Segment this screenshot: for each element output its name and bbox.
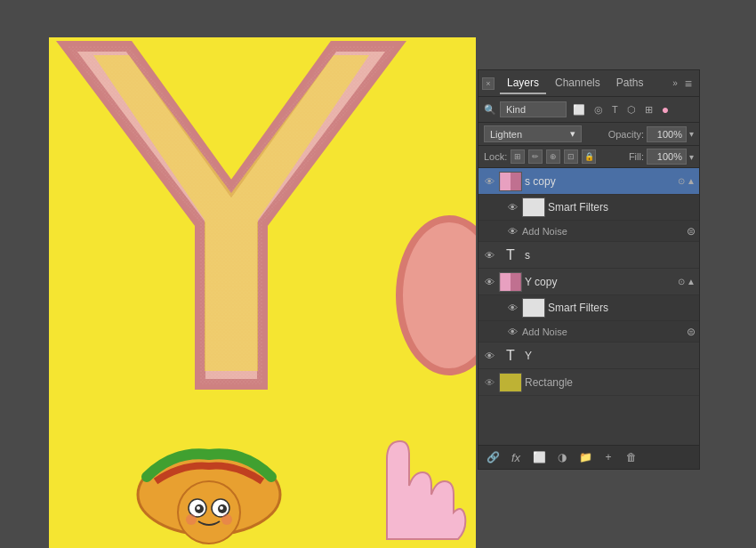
panel-collapse-icon[interactable]: » [669, 77, 681, 90]
layer-smart-filters-y: 👁 Smart Filters [479, 295, 699, 321]
tab-channels[interactable]: Channels [548, 73, 607, 94]
layer-y-copy[interactable]: 👁 Y copy ⊙ ▲ [479, 269, 699, 295]
layer-smart-filters-s: 👁 Smart Filters [479, 195, 699, 221]
expand-arrow-s-copy[interactable]: ▲ [687, 176, 696, 186]
opacity-input[interactable]: 100% [647, 126, 687, 142]
layer-noise-y[interactable]: 👁 Add Noise ⊜ [479, 321, 699, 342]
thumbnail-sf-y [522, 298, 545, 318]
layer-name-sf-y: Smart Filters [548, 302, 696, 314]
lock-paint-icon[interactable]: ✏ [528, 149, 543, 164]
noise-label-y: Add Noise [522, 326, 684, 337]
fill-chevron[interactable]: ▾ [689, 152, 694, 162]
fill-label: Fill: [629, 151, 644, 162]
eye-icon-s-copy[interactable]: 👁 [482, 174, 496, 189]
layers-panel: × Layers Channels Paths » ≡ 🔍 Kind ⬜ ◎ T… [478, 69, 700, 470]
svg-point-12 [221, 514, 232, 525]
fill-input[interactable]: 100% [647, 149, 687, 165]
svg-rect-18 [500, 273, 511, 291]
svg-rect-19 [511, 273, 521, 291]
layer-y-copy-icons: ⊙ ▲ [678, 277, 696, 286]
eye-icon-noise-y[interactable]: 👁 [505, 325, 519, 339]
svg-rect-17 [511, 173, 521, 190]
layer-s-copy-icons: ⊙ ▲ [678, 176, 696, 186]
opacity-chevron[interactable]: ▾ [689, 129, 694, 139]
expand-arrow-y-copy[interactable]: ▲ [687, 277, 696, 286]
layer-y[interactable]: 👁 T Y [479, 342, 699, 369]
filter-kind-dropdown[interactable]: Kind [500, 101, 567, 117]
svg-point-10 [220, 506, 223, 510]
noise-label-s: Add Noise [522, 226, 684, 237]
new-layer-icon[interactable]: + [599, 449, 617, 465]
svg-point-4 [178, 481, 240, 544]
opacity-group: Opacity: 100% ▾ [608, 126, 694, 142]
noise-adjust-icon-y[interactable]: ⊜ [687, 326, 696, 338]
tab-layers[interactable]: Layers [500, 73, 546, 94]
filter-row: 🔍 Kind ⬜ ◎ T ⬡ ⊞ ● [479, 97, 699, 123]
canvas-area: × Layers Channels Paths » ≡ 🔍 Kind ⬜ ◎ T… [0, 0, 756, 548]
opacity-label: Opacity: [608, 129, 644, 140]
eye-icon-y[interactable]: 👁 [482, 349, 496, 363]
layer-s-copy[interactable]: 👁 s copy ⊙ ▲ [479, 168, 699, 195]
blend-mode-row: Lighten ▾ Opacity: 100% ▾ [479, 123, 699, 146]
layer-name-y: Y [525, 350, 696, 362]
link-layers-icon[interactable]: 🔗 [484, 449, 502, 465]
eye-icon-sf-s[interactable]: 👁 [505, 200, 519, 214]
taco-character [120, 388, 298, 548]
filter-smart-icon[interactable]: ⊞ [642, 102, 655, 117]
panel-menu-icon[interactable]: ≡ [681, 77, 696, 91]
artwork-canvas [49, 37, 476, 548]
lock-all-icon[interactable]: 🔒 [582, 149, 596, 164]
layer-name-s-copy: s copy [525, 175, 675, 188]
filter-pixel-icon[interactable]: ⬜ [570, 102, 588, 117]
layers-list: 👁 s copy ⊙ ▲ 👁 Smar [479, 168, 699, 445]
layer-name-rectangle: Rectangle [525, 376, 696, 389]
lock-row: Lock: ⊞ ✏ ⊕ ⊡ 🔒 Fill: 100% ▾ [479, 146, 699, 168]
eye-icon-noise-s[interactable]: 👁 [505, 224, 519, 238]
tab-paths[interactable]: Paths [609, 73, 651, 94]
smart-filter-badge-s-copy: ⊙ [678, 176, 685, 186]
layer-name-sf-s: Smart Filters [548, 201, 696, 214]
layer-effects-icon[interactable]: fx [507, 449, 525, 465]
delete-layer-icon[interactable]: 🗑 [623, 449, 640, 465]
layer-name-s: s [525, 249, 696, 262]
thumbnail-rectangle [499, 373, 522, 392]
thumbnail-s-copy [499, 172, 522, 191]
thumbnail-y-copy [499, 272, 522, 292]
layer-rectangle[interactable]: 👁 Rectangle [479, 369, 699, 396]
eye-icon-rectangle[interactable]: 👁 [482, 375, 496, 390]
layer-mask-icon[interactable]: ⬜ [530, 449, 548, 465]
layer-s[interactable]: 👁 T s [479, 242, 699, 269]
new-group-icon[interactable]: 📁 [576, 449, 594, 465]
filter-text-icon[interactable]: T [609, 102, 621, 117]
smart-filter-badge-y-copy: ⊙ [678, 277, 685, 286]
panel-tabs: Layers Channels Paths [500, 73, 669, 94]
lock-artboard-icon[interactable]: ⊡ [564, 149, 578, 164]
eye-icon-sf-y[interactable]: 👁 [505, 301, 519, 315]
filter-search-icon: 🔍 [484, 104, 496, 116]
lock-label: Lock: [484, 151, 507, 162]
panel-header: × Layers Channels Paths » ≡ [479, 70, 699, 97]
panel-footer: 🔗 fx ⬜ ◑ 📁 + 🗑 [479, 445, 699, 469]
svg-point-9 [197, 506, 200, 510]
lock-move-icon[interactable]: ⊕ [546, 149, 560, 164]
svg-point-11 [186, 514, 197, 525]
filter-color-dot[interactable]: ● [659, 101, 672, 118]
noise-adjust-icon-s[interactable]: ⊜ [687, 225, 696, 238]
layer-name-y-copy: Y copy [525, 276, 675, 288]
filter-shape-icon[interactable]: ⬡ [624, 102, 639, 117]
lock-pixel-icon[interactable]: ⊞ [511, 149, 525, 164]
blend-mode-dropdown[interactable]: Lighten ▾ [484, 125, 582, 142]
thumbnail-sf-s [522, 197, 545, 217]
thumbnail-y: T [499, 346, 522, 366]
fill-group: Fill: 100% ▾ [629, 149, 694, 165]
thumbnail-s: T [499, 246, 522, 265]
layer-noise-s[interactable]: 👁 Add Noise ⊜ [479, 221, 699, 242]
eye-icon-s[interactable]: 👁 [482, 248, 496, 262]
adjustment-layer-icon[interactable]: ◑ [553, 449, 571, 465]
eye-icon-y-copy[interactable]: 👁 [482, 275, 496, 289]
svg-rect-16 [500, 173, 511, 190]
panel-close-button[interactable]: × [482, 77, 495, 90]
filter-adjustment-icon[interactable]: ◎ [591, 102, 606, 117]
wave-hand [360, 388, 467, 548]
